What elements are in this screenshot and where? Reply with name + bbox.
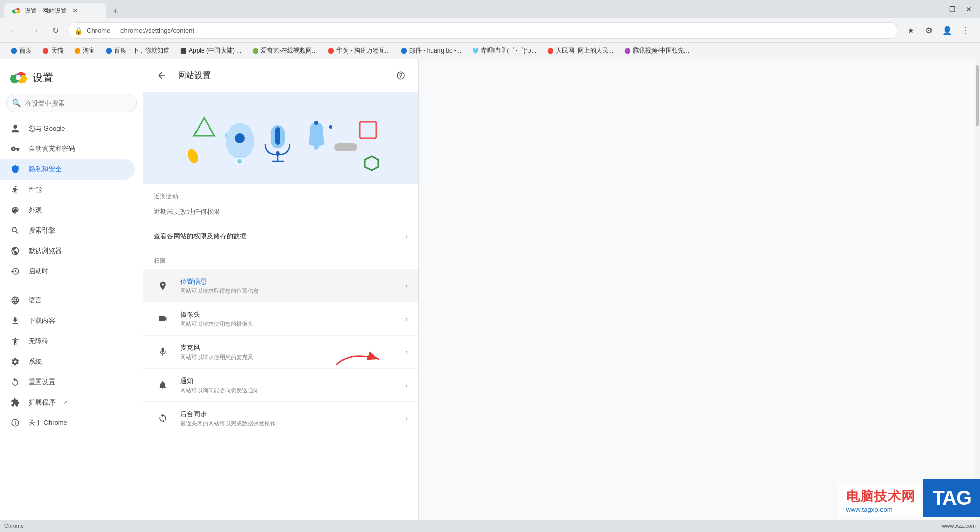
restore-button[interactable]: ❐ bbox=[945, 2, 960, 16]
bookmark-favicon: 🟢 bbox=[252, 47, 259, 55]
sidebar-item-label: 隐私和安全 bbox=[29, 165, 62, 174]
bookmark-button[interactable]: ★ bbox=[902, 22, 919, 39]
bookmark-label: 腾讯视频-中国领先... bbox=[633, 46, 689, 55]
search-input[interactable] bbox=[6, 94, 137, 112]
sidebar-item-about[interactable]: 关于 Chrome bbox=[0, 413, 135, 433]
bookmark-renmin[interactable]: 🔴 人民网_网上的人民... bbox=[543, 45, 618, 56]
back-button[interactable]: ← bbox=[6, 22, 22, 39]
bookmark-favicon: 🔵 bbox=[105, 47, 112, 55]
permission-title-camera: 摄像头 bbox=[180, 310, 405, 319]
sidebar-search: 🔍 bbox=[6, 94, 137, 112]
sidebar-item-label: 外观 bbox=[29, 206, 42, 215]
minimize-button[interactable]: — bbox=[929, 2, 943, 16]
permission-item-location[interactable]: 位置信息 网站可以请求取得您的位置信息 › bbox=[143, 269, 418, 302]
back-to-privacy-button[interactable] bbox=[154, 67, 170, 84]
bottom-bar: Chrome www.xzz.com bbox=[0, 520, 980, 532]
bookmark-label: 百度一下，你就知道 bbox=[114, 46, 169, 55]
svg-point-15 bbox=[314, 145, 319, 150]
bottom-bar-url: www.xzz.com bbox=[942, 523, 976, 529]
sidebar-item-startup[interactable]: 启动时 bbox=[0, 261, 135, 282]
bookmark-baidu[interactable]: 🔵 百度 bbox=[6, 45, 36, 56]
new-tab-button[interactable]: + bbox=[108, 4, 122, 18]
sidebar-item-default-browser[interactable]: 默认浏览器 bbox=[0, 241, 135, 261]
address-bar[interactable]: 🔒 Chrome chrome://settings/content bbox=[67, 22, 898, 39]
bookmark-label: 邮件 - huang bo -... bbox=[409, 46, 461, 55]
refresh-button[interactable]: ↻ bbox=[47, 22, 63, 39]
help-button[interactable] bbox=[394, 68, 408, 83]
active-tab[interactable]: 设置 - 网站设置 ✕ bbox=[4, 3, 106, 18]
svg-rect-19 bbox=[360, 122, 376, 138]
chevron-right-icon: › bbox=[405, 348, 408, 356]
toolbar: ← → ↻ 🔒 Chrome chrome://settings/content… bbox=[0, 18, 980, 43]
bookmark-favicon: 🟠 bbox=[74, 47, 81, 55]
language-icon bbox=[10, 295, 20, 306]
sidebar-item-extensions[interactable]: 扩展程序 ↗ bbox=[0, 392, 135, 413]
startup-icon bbox=[10, 266, 20, 276]
chevron-right-icon: › bbox=[405, 282, 408, 290]
profile-button[interactable]: 👤 bbox=[939, 22, 955, 39]
svg-point-9 bbox=[237, 158, 243, 164]
bookmark-label: 人民网_网上的人民... bbox=[556, 46, 614, 55]
url-prefix: Chrome bbox=[87, 27, 110, 34]
svg-marker-20 bbox=[365, 156, 378, 170]
accessibility-icon bbox=[10, 336, 20, 346]
watermark-text: 电脑技术网 www.tagxp.com bbox=[838, 484, 923, 517]
search-icon: 🔍 bbox=[12, 99, 21, 107]
chevron-right-icon: › bbox=[405, 414, 408, 422]
sidebar-item-label: 搜索引擎 bbox=[29, 226, 55, 235]
download-icon bbox=[10, 316, 20, 326]
extensions-button[interactable]: ⚙ bbox=[921, 22, 937, 39]
sidebar-item-accessibility[interactable]: 无障碍 bbox=[0, 331, 135, 351]
lock-icon: 🔒 bbox=[74, 27, 83, 35]
bookmark-mail[interactable]: 🔵 邮件 - huang bo -... bbox=[396, 45, 465, 56]
sidebar-item-system[interactable]: 系统 bbox=[0, 351, 135, 372]
chevron-right-icon: › bbox=[405, 315, 408, 323]
permission-desc-background-sync: 最近关闭的网站可以完成数据收发操作 bbox=[180, 420, 405, 427]
svg-rect-11 bbox=[275, 127, 280, 145]
sidebar-item-language[interactable]: 语言 bbox=[0, 290, 135, 311]
bookmark-taobao[interactable]: 🟠 淘宝 bbox=[69, 45, 99, 56]
url-display: chrome://settings/content bbox=[120, 27, 194, 34]
sidebar-item-search[interactable]: 搜索引擎 bbox=[0, 220, 135, 241]
permission-item-notifications[interactable]: 通知 网站可以询问能否向您发送通知 › bbox=[143, 369, 418, 402]
site-settings-panel: 网站设置 bbox=[143, 59, 419, 520]
settings-content-area: 网站设置 bbox=[143, 59, 980, 520]
permission-item-background-sync[interactable]: 后台同步 最近关闭的网站可以完成数据收发操作 › bbox=[143, 402, 418, 435]
tab-close-button[interactable]: ✕ bbox=[71, 7, 79, 15]
bookmark-favicon: 🔴 bbox=[42, 47, 49, 55]
scrollbar[interactable] bbox=[975, 59, 980, 520]
sidebar-item-label: 自动填充和密码 bbox=[29, 144, 75, 154]
bookmark-iqiyi[interactable]: 🟢 爱奇艺-在线视频网... bbox=[248, 45, 321, 56]
sidebar-item-google[interactable]: 您与 Google bbox=[0, 118, 135, 139]
sidebar-item-appearance[interactable]: 外观 bbox=[0, 200, 135, 220]
forward-button[interactable]: → bbox=[27, 22, 43, 39]
bookmark-baidu2[interactable]: 🔵 百度一下，你就知道 bbox=[101, 45, 174, 56]
bookmarks-bar: 🔵 百度 🔴 天猫 🟠 淘宝 🔵 百度一下，你就知道 ⬛ Apple (中国大陆… bbox=[0, 43, 980, 59]
permission-item-microphone[interactable]: 麦克风 网站可以请求使用您的麦克风 › bbox=[143, 336, 418, 369]
bookmark-bilibili[interactable]: 🩵 哔哩哔哩 (゜-゜)つ... bbox=[468, 45, 541, 56]
bookmark-label: Apple (中国大陆) ... bbox=[189, 46, 241, 55]
bookmark-tencent[interactable]: 🟣 腾讯视频-中国领先... bbox=[620, 45, 693, 56]
view-sites-item[interactable]: 查看各网站的权限及储存的数据 › bbox=[143, 224, 418, 248]
sidebar-item-reset[interactable]: 重置设置 bbox=[0, 372, 135, 392]
bookmark-huawei[interactable]: 🔴 华为 - 构建万物互... bbox=[323, 45, 394, 56]
sidebar-item-autofill[interactable]: 自动填充和密码 bbox=[0, 139, 135, 159]
permission-title-notifications: 通知 bbox=[180, 376, 405, 386]
performance-icon bbox=[10, 185, 20, 195]
scrollbar-thumb[interactable] bbox=[976, 65, 979, 126]
sidebar-item-performance[interactable]: 性能 bbox=[0, 180, 135, 200]
close-button[interactable]: ✕ bbox=[962, 2, 976, 16]
menu-button[interactable]: ⋮ bbox=[958, 22, 974, 39]
svg-point-1 bbox=[15, 10, 18, 12]
sidebar-item-privacy[interactable]: 隐私和安全 bbox=[0, 159, 135, 180]
permission-item-camera[interactable]: 摄像头 网站可以请求使用您的摄像头 › bbox=[143, 302, 418, 336]
permission-text-camera: 摄像头 网站可以请求使用您的摄像头 bbox=[180, 310, 405, 328]
bookmark-apple[interactable]: ⬛ Apple (中国大陆) ... bbox=[176, 45, 246, 56]
bookmark-label: 百度 bbox=[19, 46, 32, 55]
settings-sidebar: 设置 🔍 您与 Google 自动填充和密码 bbox=[0, 59, 143, 520]
bookmark-tianmao[interactable]: 🔴 天猫 bbox=[38, 45, 67, 56]
svg-point-8 bbox=[235, 133, 245, 143]
bookmark-favicon: 🩵 bbox=[472, 47, 479, 55]
sidebar-item-downloads[interactable]: 下载内容 bbox=[0, 311, 135, 331]
permission-text-notifications: 通知 网站可以询问能否向您发送通知 bbox=[180, 376, 405, 394]
